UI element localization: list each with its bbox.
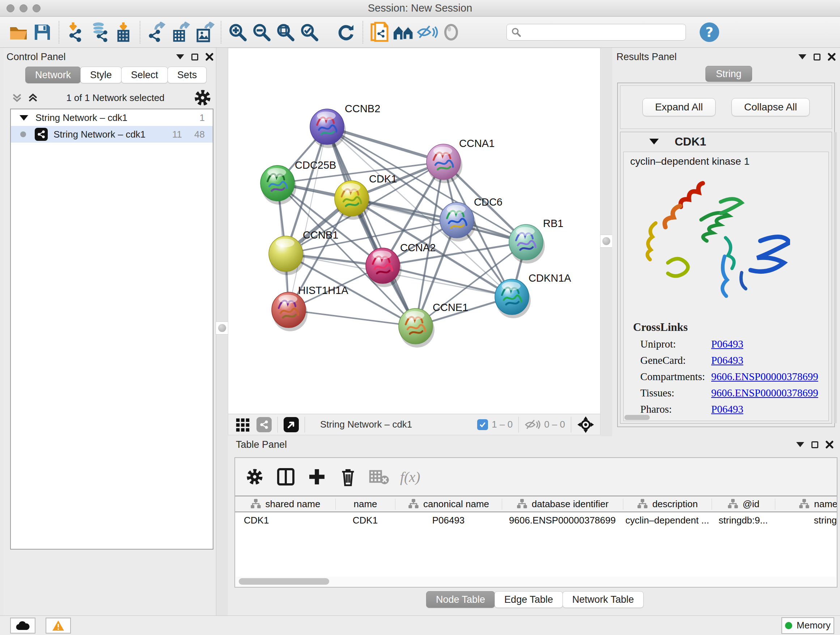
tab-network[interactable]: Network <box>25 67 81 83</box>
export-table-button[interactable] <box>169 20 193 44</box>
table-panel-float-icon[interactable] <box>812 441 818 448</box>
control-panel-float-icon[interactable] <box>191 54 198 60</box>
table-cell[interactable]: CDK1 <box>235 512 335 529</box>
network-canvas[interactable]: CCNB2CCNA1CDC25BCDK1CDC6RB1CCNB1CCNA2CDK… <box>228 48 600 414</box>
column-header--id[interactable]: @id <box>712 496 775 512</box>
column-header-shared-name[interactable]: shared name <box>235 496 335 512</box>
column-header-name[interactable]: name <box>335 496 395 512</box>
table-cell[interactable]: stringdb <box>775 512 837 529</box>
delete-table-icon[interactable] <box>369 467 389 487</box>
table-cell[interactable]: CDK1 <box>335 512 395 529</box>
table-row[interactable]: CDK1CDK1P064939606.ENSP00000378699cyclin… <box>235 512 837 529</box>
search-field[interactable] <box>507 24 686 41</box>
selected-checkbox-icon[interactable] <box>477 419 488 430</box>
birdseye-view-icon[interactable] <box>284 417 299 432</box>
column-header-canonical-name[interactable]: canonical name <box>395 496 502 512</box>
table-cell[interactable]: stringdb:9... <box>712 512 775 529</box>
network-node-CDKN1A[interactable] <box>495 279 531 318</box>
export-image-button[interactable] <box>193 20 216 44</box>
results-panel-collapse-icon[interactable] <box>798 54 806 59</box>
import-network-button[interactable] <box>64 20 88 44</box>
network-node-HIST1H1A[interactable] <box>272 292 308 331</box>
right-splitter-handle[interactable] <box>600 234 613 248</box>
column-header-database-identifier[interactable]: database identifier <box>502 496 623 512</box>
cloud-button[interactable] <box>10 618 35 633</box>
table-hscrollbar-track[interactable] <box>236 577 836 586</box>
help-button[interactable]: ? <box>699 22 719 42</box>
search-input[interactable] <box>521 25 685 40</box>
add-column-icon[interactable] <box>307 467 327 487</box>
collection-expand-icon[interactable] <box>19 115 28 120</box>
crosslink-link[interactable]: P06493 <box>711 403 744 415</box>
collapse-all-icon[interactable] <box>11 92 22 103</box>
open-session-button[interactable] <box>6 20 30 44</box>
tab-string[interactable]: String <box>706 66 752 82</box>
network-node-CCNA1[interactable] <box>426 144 462 183</box>
tab-style[interactable]: Style <box>80 67 122 83</box>
zoom-out-button[interactable] <box>249 20 273 44</box>
memory-button[interactable]: Memory <box>782 617 834 634</box>
results-vscrollbar[interactable] <box>834 132 837 423</box>
tab-network-table[interactable]: Network Table <box>562 591 644 608</box>
network-node-CDC25B[interactable] <box>261 165 296 204</box>
column-header-namespace[interactable]: namespace <box>775 496 837 512</box>
results-hscrollbar[interactable] <box>624 415 650 420</box>
table-cell[interactable]: cyclin–dependent ... <box>623 512 712 529</box>
string-protein-query-button[interactable] <box>368 20 392 44</box>
show-columns-icon[interactable] <box>276 467 296 487</box>
control-panel-close-icon[interactable] <box>205 53 213 61</box>
zoom-in-button[interactable] <box>226 20 249 44</box>
table-cell[interactable]: 9606.ENSP00000378699 <box>502 512 623 529</box>
column-header-description[interactable]: description <box>623 496 712 512</box>
tab-node-table[interactable]: Node Table <box>426 591 495 608</box>
table-panel-collapse-icon[interactable] <box>796 442 804 447</box>
crosslink-link[interactable]: 9606.ENSP00000378699 <box>711 371 818 383</box>
network-node-CDK1[interactable] <box>335 181 370 220</box>
string-eye-button[interactable] <box>439 20 463 44</box>
crosslink-link[interactable]: P06493 <box>711 338 744 350</box>
crosslink-link[interactable]: P06493 <box>711 355 744 366</box>
table-hscrollbar-thumb[interactable] <box>239 578 329 585</box>
refresh-button[interactable] <box>334 20 358 44</box>
gene-card-collapse-icon[interactable] <box>649 139 659 144</box>
delete-column-icon[interactable] <box>338 467 358 487</box>
zoom-fit-button[interactable] <box>273 20 297 44</box>
string-home-button[interactable] <box>392 20 415 44</box>
network-row[interactable]: String Network – cdk1 11 48 <box>11 126 213 143</box>
import-database-button[interactable] <box>88 20 111 44</box>
function-builder-icon[interactable]: f(x) <box>400 469 420 486</box>
fit-selected-crosshair-icon[interactable] <box>577 416 594 433</box>
network-node-CCNA2[interactable] <box>366 248 401 287</box>
expand-all-button[interactable]: Expand All <box>643 98 715 116</box>
zoom-selected-button[interactable] <box>297 20 321 44</box>
network-node-RB1[interactable] <box>509 225 545 264</box>
table-options-gear-icon[interactable] <box>245 467 265 487</box>
export-network-button[interactable] <box>145 20 169 44</box>
crosslink-link[interactable]: 9606.ENSP00000378699 <box>711 387 818 399</box>
network-node-CCNB2[interactable] <box>310 109 346 148</box>
right-splitter[interactable] <box>600 48 612 436</box>
network-options-gear-icon[interactable] <box>193 88 213 108</box>
results-panel-float-icon[interactable] <box>813 54 821 60</box>
left-splitter-handle[interactable] <box>216 321 229 334</box>
network-edge-CCNB2-CCNE1[interactable] <box>327 127 416 326</box>
left-splitter[interactable] <box>216 48 228 616</box>
import-table-button[interactable] <box>111 20 135 44</box>
network-collection-row[interactable]: String Network – cdk1 1 <box>11 109 213 126</box>
results-panel-close-icon[interactable] <box>828 53 836 61</box>
table-panel-close-icon[interactable] <box>826 440 834 448</box>
table-cell[interactable]: P06493 <box>395 512 502 529</box>
tab-edge-table[interactable]: Edge Table <box>494 591 563 608</box>
network-edge-HIST1H1A-CCNE1[interactable] <box>289 310 416 326</box>
grid-mode-icon[interactable] <box>235 415 251 435</box>
save-session-button[interactable] <box>30 20 54 44</box>
expand-all-icon[interactable] <box>27 92 38 103</box>
gene-card-header[interactable]: CDK1 <box>621 132 832 151</box>
control-panel-collapse-icon[interactable] <box>176 54 184 59</box>
string-glass-button[interactable] <box>415 20 439 44</box>
network-node-CCNE1[interactable] <box>399 309 434 348</box>
warnings-button[interactable] <box>46 618 71 633</box>
string-view-icon[interactable] <box>256 417 272 432</box>
tab-sets[interactable]: Sets <box>167 67 207 83</box>
collapse-all-button[interactable]: Collapse All <box>731 98 810 116</box>
